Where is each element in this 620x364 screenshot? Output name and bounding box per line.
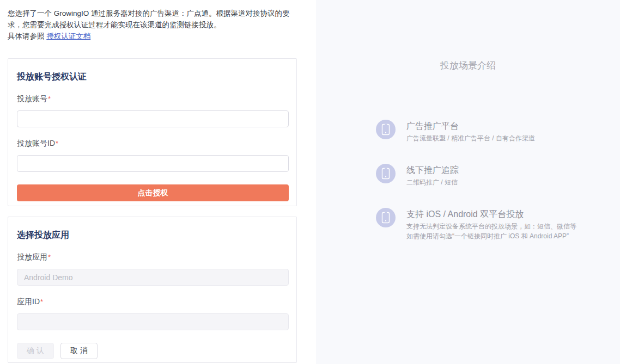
auth-card-title: 投放账号授权认证 bbox=[17, 71, 288, 83]
app-input[interactable] bbox=[17, 269, 289, 286]
intro-link-prefix: 具体请参照 bbox=[8, 32, 46, 40]
ad-account-id-input[interactable] bbox=[17, 155, 289, 172]
mobile-phone-icon bbox=[376, 120, 396, 139]
scene-text: 支持 iOS / Android 双平台投放 支持无法判定设备系统平台的投放场景… bbox=[406, 208, 576, 241]
intro-text: 您选择了一个 GrowingIO 通过服务器对接的广告渠道：广点通。根据渠道对接… bbox=[8, 8, 295, 42]
app-id-input[interactable] bbox=[17, 313, 289, 330]
ad-account-label: 投放账号* bbox=[17, 94, 288, 104]
scenes-panel: 投放场景介绍 广告推广平台 广告流量联盟 / 精准广告平台 / 自有合作渠道 bbox=[316, 0, 620, 364]
scene-title: 线下推广追踪 bbox=[406, 164, 459, 176]
form-actions: 确 认 取 消 bbox=[17, 343, 288, 359]
required-asterisk: * bbox=[48, 253, 51, 261]
intro-description: 您选择了一个 GrowingIO 通过服务器对接的广告渠道：广点通。根据渠道对接… bbox=[8, 9, 290, 29]
mobile-phone-icon bbox=[376, 164, 396, 183]
scene-item-dual-platform: 支持 iOS / Android 双平台投放 支持无法判定设备系统平台的投放场景… bbox=[376, 208, 620, 241]
required-asterisk: * bbox=[40, 298, 43, 306]
scene-text: 线下推广追踪 二维码推广 / 短信 bbox=[406, 164, 459, 187]
scene-title: 广告推广平台 bbox=[406, 120, 535, 132]
scene-item-offline-tracking: 线下推广追踪 二维码推广 / 短信 bbox=[376, 164, 620, 187]
authorize-button[interactable]: 点击授权 bbox=[17, 184, 289, 201]
scene-title: 支持 iOS / Android 双平台投放 bbox=[406, 208, 576, 220]
scene-subtitle: 二维码推广 / 短信 bbox=[406, 177, 459, 187]
app-select-card: 选择投放应用 投放应用* 应用ID* 确 认 取 消 bbox=[8, 217, 297, 363]
scene-text: 广告推广平台 广告流量联盟 / 精准广告平台 / 自有合作渠道 bbox=[406, 120, 535, 143]
main-panel: 您选择了一个 GrowingIO 通过服务器对接的广告渠道：广点通。根据渠道对接… bbox=[0, 0, 316, 364]
app-label: 投放应用* bbox=[17, 252, 288, 262]
scene-subtitle: 广告流量联盟 / 精准广告平台 / 自有合作渠道 bbox=[406, 133, 535, 143]
scenes-list: 广告推广平台 广告流量联盟 / 精准广告平台 / 自有合作渠道 线下推广追踪 二… bbox=[376, 120, 620, 241]
ad-account-id-label: 投放账号ID* bbox=[17, 139, 288, 149]
app-card-title: 选择投放应用 bbox=[17, 230, 288, 241]
mobile-phone-icon bbox=[376, 208, 396, 227]
app-id-label: 应用ID* bbox=[17, 297, 288, 307]
required-asterisk: * bbox=[48, 95, 51, 103]
scene-subtitle: 支持无法判定设备系统平台的投放场景，如：短信、微信等 bbox=[406, 221, 576, 231]
required-asterisk: * bbox=[56, 139, 58, 147]
confirm-button[interactable]: 确 认 bbox=[17, 343, 54, 359]
auth-doc-link[interactable]: 授权认证文档 bbox=[46, 32, 90, 40]
scenes-panel-title: 投放场景介绍 bbox=[316, 59, 620, 72]
scene-subtitle-line2: 如需使用请勾选“一个链接同时推广 iOS 和 Android APP” bbox=[406, 231, 576, 241]
scene-item-ad-platform: 广告推广平台 广告流量联盟 / 精准广告平台 / 自有合作渠道 bbox=[376, 120, 620, 143]
cancel-button[interactable]: 取 消 bbox=[60, 343, 98, 359]
ad-account-input[interactable] bbox=[17, 110, 289, 127]
auth-card: 投放账号授权认证 投放账号* 投放账号ID* 点击授权 bbox=[8, 58, 297, 206]
